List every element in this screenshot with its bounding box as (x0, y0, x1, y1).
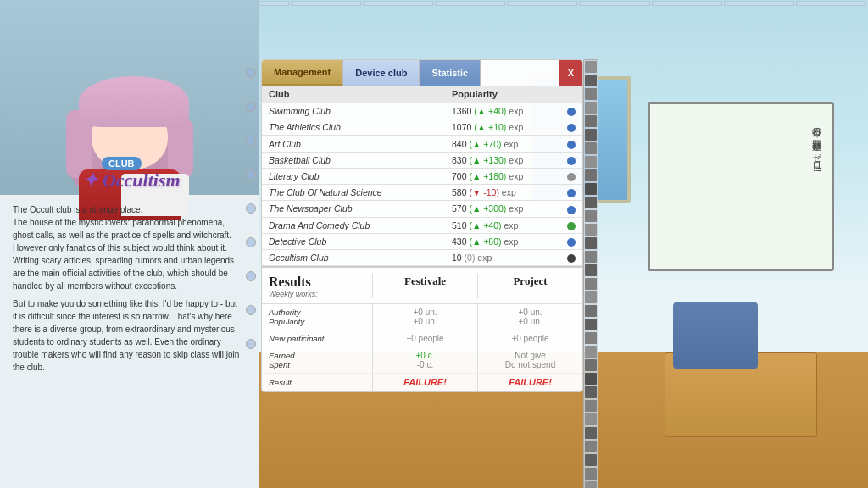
table-row[interactable]: The club of natural science : 580 (▼ -10… (262, 185, 582, 201)
spent-festivale-val: -0 c. (417, 360, 433, 369)
club-row-popularity: 840 (▲ +70) exp (445, 136, 557, 152)
club-description: The Occult club is a strange place.The h… (13, 203, 242, 374)
club-row-name: Literary club (262, 168, 429, 184)
results-val-result-festivale: FAILURE! (372, 374, 477, 391)
indicator-strip-26 (585, 400, 597, 412)
results-val-earned-festivale: +0 c. -0 c. (372, 347, 477, 373)
club-row-change: (▲ +300) (469, 203, 506, 214)
tab-management-label: Management (274, 67, 331, 77)
results-label-result: Result (262, 374, 372, 391)
table-row[interactable]: The newspaper club : 570 (▲ +300) exp (262, 201, 582, 217)
club-row-name: Detective club (262, 233, 429, 249)
results-val-participant-project: +0 people (477, 330, 582, 347)
col-header-indicator (557, 86, 582, 103)
indicator-strip-10 (585, 183, 597, 195)
results-title-col: Results Weekly works: (262, 274, 372, 298)
club-dot-blue (567, 189, 576, 197)
scroll-indicator-2[interactable] (246, 102, 256, 112)
participant-project-val: +0 people (511, 334, 548, 343)
indicator-strip-2 (585, 75, 597, 86)
character-hair-front (79, 76, 189, 127)
description-paragraph-1: The Occult club is a strange place.The h… (13, 203, 242, 292)
spent-project-val: Do not spend (505, 360, 556, 369)
scroll-indicator-3[interactable] (246, 136, 256, 146)
club-row-popularity: 830 (▲ +130) exp (445, 152, 557, 168)
ceiling-panel (652, 1, 722, 6)
table-row[interactable]: Swimming club : 1360 (▲ +40) exp (262, 103, 582, 119)
table-row[interactable]: Basketball club : 830 (▲ +130) exp (262, 152, 582, 168)
ceiling-panel (796, 1, 866, 6)
club-row-colon: : (429, 249, 445, 265)
scroll-indicator-8[interactable] (246, 305, 256, 315)
club-badge: CLUB (102, 157, 142, 170)
results-row-authority: AuthorityPopularity +0 un.+0 un. +0 un.+… (262, 304, 582, 330)
scroll-indicator-5[interactable] (246, 203, 256, 214)
tab-device-club-label: Device club (355, 68, 407, 78)
club-row-indicator (557, 136, 582, 152)
indicator-strip-20 (585, 319, 597, 330)
club-row-unit: exp (509, 203, 523, 214)
results-val-authority-festivale: +0 un.+0 un. (372, 304, 477, 330)
table-row[interactable]: The athletics club : 1070 (▲ +10) exp (262, 119, 582, 136)
table-row[interactable]: Detective club : 430 (▲ +60) exp (262, 233, 582, 249)
scroll-indicator-6[interactable] (246, 237, 256, 247)
club-row-colon: : (429, 233, 445, 249)
scroll-indicator-1[interactable] (246, 68, 256, 78)
indicator-strip-3 (585, 88, 597, 100)
club-row-unit: exp (509, 171, 523, 181)
club-dot-blue (567, 141, 576, 149)
scroll-indicator-7[interactable] (246, 271, 256, 281)
club-row-name: The club of natural science (262, 185, 429, 201)
club-dot-green (567, 222, 576, 230)
classroom-chair (673, 302, 758, 369)
right-panel-indicators (583, 59, 598, 488)
indicator-strip-25 (585, 386, 597, 398)
results-col-header-project: Project (477, 274, 582, 298)
character-club-name: ✦ Occultism (42, 169, 220, 191)
close-panel-button[interactable]: X (559, 60, 582, 86)
ceiling-panel (435, 1, 505, 6)
authority-project-val: +0 un.+0 un. (518, 308, 542, 326)
result-festivale-val: FAILURE! (403, 377, 447, 387)
club-dot-blue (567, 108, 576, 116)
table-row[interactable]: Occultism club : 10 (0) exp (262, 249, 582, 265)
scroll-indicator-4[interactable] (246, 169, 256, 180)
club-row-popularity: 430 (▲ +60) exp (445, 233, 557, 249)
club-row-indicator (557, 103, 582, 119)
tab-management[interactable]: Management (262, 60, 343, 86)
club-row-name: Basketball club (262, 152, 429, 168)
ceiling-panel (507, 1, 577, 6)
description-paragraph-2: But to make you do something like this, … (13, 297, 242, 374)
results-val-participant-festivale: +0 people (372, 330, 477, 347)
results-title: Results (269, 274, 365, 290)
club-row-name: Drama and Comedy club (262, 217, 429, 233)
indicator-strip-8 (585, 156, 597, 168)
club-row-indicator (557, 185, 582, 201)
club-row-indicator (557, 119, 582, 136)
table-row[interactable]: Literary club : 700 (▲ +180) exp (262, 168, 582, 184)
club-row-change: (▲ +70) (469, 139, 501, 149)
scroll-indicator-9[interactable] (246, 339, 256, 349)
club-row-colon: : (429, 217, 445, 233)
results-label-participant: New participant (262, 330, 372, 347)
indicator-strip-4 (585, 102, 597, 114)
club-row-unit: exp (502, 187, 516, 197)
results-label-earned: EarnedSpent (262, 347, 372, 373)
tab-device-club[interactable]: Device club (343, 60, 420, 86)
whiteboard: 今日の宿題 遊びゼロ!! (648, 102, 834, 271)
indicator-strip-18 (585, 291, 597, 303)
indicator-strip-30 (585, 454, 597, 466)
results-grid: AuthorityPopularity +0 un.+0 un. +0 un.+… (262, 303, 582, 391)
table-row[interactable]: Art club : 840 (▲ +70) exp (262, 136, 582, 152)
club-dot-gray (567, 173, 576, 181)
club-dot-blue (567, 157, 576, 165)
indicator-strip-5 (585, 115, 597, 127)
indicator-strip-24 (585, 373, 597, 385)
results-subtitle: Weekly works: (269, 290, 365, 298)
results-section: Results Weekly works: Festivale Project … (262, 266, 582, 391)
club-row-change: (▲ +60) (469, 236, 501, 247)
indicator-strip-27 (585, 413, 597, 425)
club-row-indicator (557, 233, 582, 249)
table-row[interactable]: Drama and Comedy club : 510 (▲ +40) exp (262, 217, 582, 233)
tab-statistic[interactable]: Statistic (420, 60, 481, 86)
